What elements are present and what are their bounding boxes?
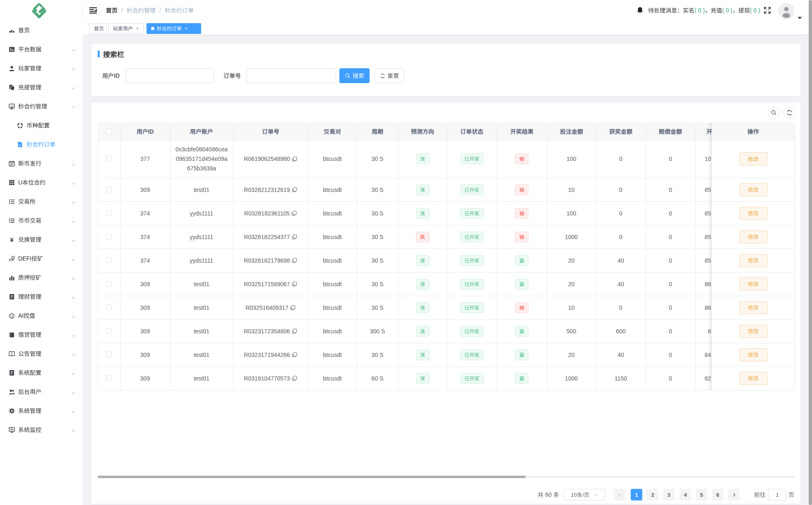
svg-text:¥: ¥ [10,237,14,243]
